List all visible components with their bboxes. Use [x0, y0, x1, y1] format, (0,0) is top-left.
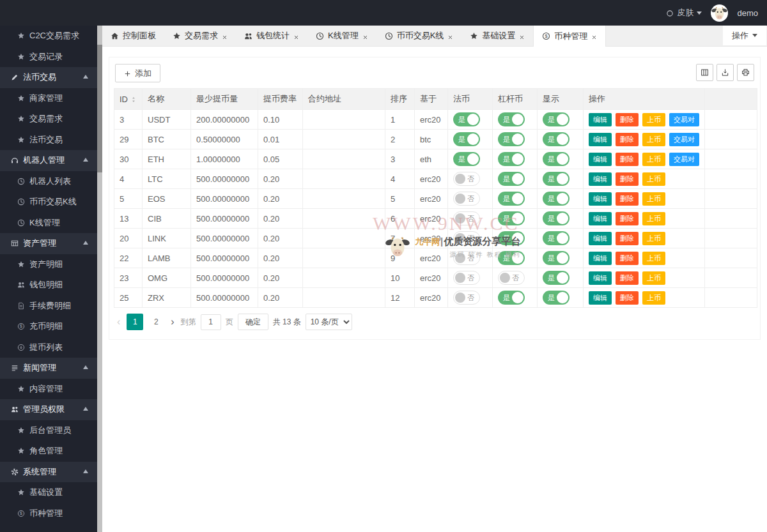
- show-toggle[interactable]: 是: [543, 291, 569, 305]
- sidebar-item[interactable]: 内容管理: [0, 379, 97, 400]
- lever-toggle[interactable]: 是: [498, 112, 525, 126]
- page-size-select[interactable]: 10 条/页: [306, 314, 352, 330]
- show-toggle[interactable]: 是: [543, 271, 569, 285]
- show-toggle[interactable]: 是: [543, 192, 569, 206]
- sidebar-item[interactable]: 钱包明细: [0, 275, 97, 296]
- close-icon[interactable]: [362, 34, 368, 40]
- sidebar-group-header[interactable]: 系统管理: [0, 462, 97, 483]
- edit-button[interactable]: 编辑: [589, 113, 612, 126]
- tab-close-button[interactable]: [293, 31, 299, 41]
- tab-close-button[interactable]: [591, 31, 597, 41]
- close-icon[interactable]: [293, 34, 299, 40]
- fiat-toggle[interactable]: 否: [453, 211, 480, 225]
- lever-toggle[interactable]: 是: [498, 211, 525, 225]
- skin-switcher[interactable]: 皮肤: [666, 7, 702, 19]
- show-toggle[interactable]: 是: [543, 152, 569, 166]
- sidebar-item[interactable]: 机器人列表: [0, 171, 97, 192]
- columns-button[interactable]: [696, 64, 713, 81]
- sidebar-item[interactable]: 基础设置: [0, 482, 97, 503]
- lever-toggle[interactable]: 是: [498, 152, 525, 166]
- print-button[interactable]: [737, 64, 754, 81]
- next-page-button[interactable]: ›: [169, 314, 176, 330]
- edit-button[interactable]: 编辑: [589, 212, 612, 225]
- sidebar-item[interactable]: 法币交易: [0, 130, 97, 151]
- fiat-toggle[interactable]: 否: [453, 172, 480, 186]
- sidebar-item[interactable]: 资产明细: [0, 254, 97, 275]
- tab-close-button[interactable]: [519, 31, 525, 41]
- tab-actions-button[interactable]: 操作: [722, 26, 767, 46]
- lever-toggle[interactable]: 是: [498, 231, 525, 245]
- close-icon[interactable]: [447, 34, 453, 40]
- lever-toggle[interactable]: 是: [498, 291, 525, 305]
- edit-button[interactable]: 编辑: [589, 192, 612, 206]
- sidebar-item[interactable]: K线管理: [0, 213, 97, 234]
- listing-button[interactable]: 上币: [642, 232, 665, 245]
- delete-button[interactable]: 删除: [616, 271, 639, 285]
- show-toggle[interactable]: 是: [543, 172, 569, 186]
- edit-button[interactable]: 编辑: [589, 271, 612, 285]
- page-number-button[interactable]: 2: [148, 314, 164, 330]
- sidebar-scrollbar-thumb[interactable]: [97, 45, 102, 172]
- sidebar-item[interactable]: 提币列表: [0, 337, 97, 358]
- listing-button[interactable]: 上币: [642, 192, 665, 206]
- show-toggle[interactable]: 是: [543, 132, 569, 146]
- sidebar-item[interactable]: 角色管理: [0, 441, 97, 462]
- goto-confirm-button[interactable]: 确定: [238, 314, 268, 330]
- close-icon[interactable]: [519, 34, 525, 40]
- pair-button[interactable]: 交易对: [669, 153, 699, 166]
- show-toggle[interactable]: 是: [543, 231, 569, 245]
- page-number-button[interactable]: 1: [127, 314, 143, 330]
- close-icon[interactable]: [222, 34, 228, 40]
- listing-button[interactable]: 上币: [642, 291, 665, 305]
- fiat-toggle[interactable]: 否: [453, 192, 480, 206]
- delete-button[interactable]: 删除: [616, 212, 639, 225]
- sidebar-item[interactable]: $充币明细: [0, 316, 97, 337]
- avatar[interactable]: [711, 4, 728, 22]
- sidebar-scrollbar[interactable]: [97, 26, 102, 532]
- sidebar-item[interactable]: 交易记录: [0, 47, 97, 68]
- goto-page-input[interactable]: [201, 314, 221, 330]
- edit-button[interactable]: 编辑: [589, 252, 612, 265]
- fiat-toggle[interactable]: 否: [453, 291, 480, 305]
- edit-button[interactable]: 编辑: [589, 153, 612, 166]
- export-button[interactable]: [717, 64, 734, 81]
- listing-button[interactable]: 上币: [642, 133, 665, 146]
- lever-toggle[interactable]: 否: [498, 271, 525, 285]
- delete-button[interactable]: 删除: [616, 232, 639, 245]
- sort-icon[interactable]: [130, 96, 137, 103]
- sidebar-group-header[interactable]: 新闻管理: [0, 358, 97, 379]
- sidebar-group-header[interactable]: 法币交易: [0, 67, 97, 88]
- delete-button[interactable]: 删除: [616, 133, 639, 146]
- lever-toggle[interactable]: 是: [498, 172, 525, 186]
- edit-button[interactable]: 编辑: [589, 291, 612, 305]
- lever-toggle[interactable]: 是: [498, 192, 525, 206]
- show-toggle[interactable]: 是: [543, 112, 569, 126]
- pair-button[interactable]: 交易对: [669, 113, 699, 126]
- delete-button[interactable]: 删除: [616, 113, 639, 126]
- close-icon[interactable]: [591, 34, 597, 40]
- fiat-toggle[interactable]: 否: [453, 271, 480, 285]
- fiat-toggle[interactable]: 是: [453, 132, 480, 146]
- lever-toggle[interactable]: 是: [498, 251, 525, 265]
- delete-button[interactable]: 删除: [616, 252, 639, 265]
- delete-button[interactable]: 删除: [616, 153, 639, 166]
- delete-button[interactable]: 删除: [616, 172, 639, 186]
- tab-控制面板[interactable]: 控制面板: [102, 26, 164, 46]
- listing-button[interactable]: 上币: [642, 212, 665, 225]
- sidebar-item[interactable]: 后台管理员: [0, 420, 97, 441]
- sidebar-item[interactable]: 手续费明细: [0, 296, 97, 317]
- edit-button[interactable]: 编辑: [589, 133, 612, 146]
- listing-button[interactable]: 上币: [642, 153, 665, 166]
- lever-toggle[interactable]: 是: [498, 132, 525, 146]
- fiat-toggle[interactable]: 否: [453, 251, 480, 265]
- listing-button[interactable]: 上币: [642, 271, 665, 285]
- prev-page-button[interactable]: ‹: [115, 314, 122, 330]
- listing-button[interactable]: 上币: [642, 172, 665, 186]
- sidebar-item[interactable]: C2C交易需求: [0, 26, 97, 47]
- sidebar-group-header[interactable]: 机器人管理: [0, 150, 97, 171]
- sidebar-item[interactable]: 商家管理: [0, 88, 97, 109]
- tab-close-button[interactable]: [222, 31, 228, 41]
- sidebar-item[interactable]: $币种管理: [0, 503, 97, 524]
- pair-button[interactable]: 交易对: [669, 133, 699, 146]
- tab-币币交易K线[interactable]: 币币交易K线: [376, 26, 462, 46]
